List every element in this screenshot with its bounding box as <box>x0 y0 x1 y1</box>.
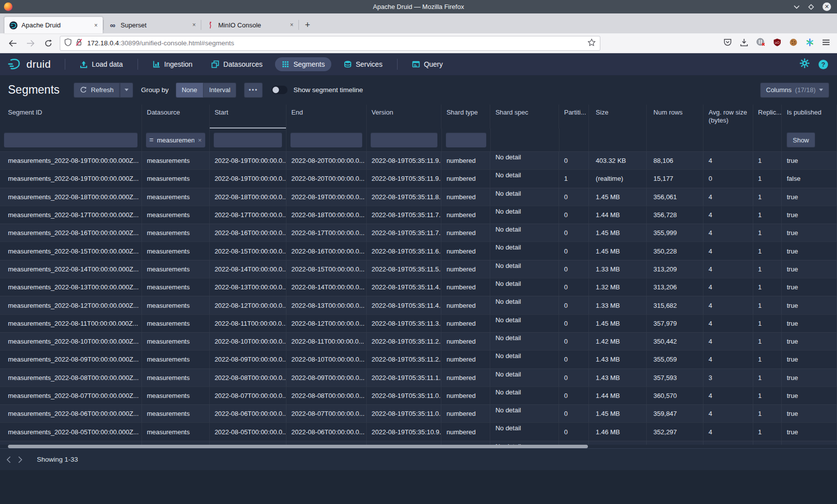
containers-asterisk-icon[interactable] <box>806 38 814 48</box>
refresh-button[interactable]: Refresh <box>74 83 120 98</box>
nav-datasources[interactable]: Datasources <box>205 57 269 71</box>
druid-logo[interactable]: druid <box>0 58 60 71</box>
window-close-icon[interactable]: ✕ <box>823 2 831 11</box>
nav-load-data[interactable]: Load data <box>73 57 129 71</box>
tab-label: MinIO Console <box>218 21 283 29</box>
help-icon[interactable]: ? <box>819 60 828 69</box>
cell-start: 2022-08-09T00:00:00.0... <box>210 351 286 368</box>
next-page-icon[interactable] <box>17 456 23 464</box>
tab-superset[interactable]: ∞ Superset × <box>104 16 201 33</box>
refresh-dropdown-button[interactable] <box>120 83 133 98</box>
column-header-segment-id[interactable]: Segment ID <box>0 105 142 128</box>
column-header-is-published[interactable]: Is published <box>782 105 837 128</box>
filter-input-start[interactable] <box>214 132 282 147</box>
segments-table: Segment IDDatasourceStartEndVersionShard… <box>0 105 837 445</box>
forward-button-icon[interactable] <box>24 37 37 50</box>
tab-close-icon[interactable]: × <box>290 21 293 28</box>
cell-replication: 1 <box>753 296 782 314</box>
cell-partition: 0 <box>559 296 589 314</box>
cell-size: 1.45 MB <box>589 441 647 445</box>
settings-gear-icon[interactable] <box>800 58 810 70</box>
table-header-row: Segment IDDatasourceStartEndVersionShard… <box>0 105 837 128</box>
cell-size: 1.44 MB <box>589 387 647 404</box>
columns-button[interactable]: Columns (17/18) <box>760 83 830 98</box>
column-header-datasource[interactable]: Datasource <box>142 105 210 128</box>
column-header-version[interactable]: Version <box>367 105 441 128</box>
tab-close-icon[interactable]: × <box>94 22 98 29</box>
filter-cell-replication <box>753 128 782 151</box>
brand-name: druid <box>26 58 51 70</box>
is-published-show-button[interactable]: Show <box>787 132 815 147</box>
column-header-replication[interactable]: Replic... <box>753 105 782 128</box>
url-text[interactable]: 172.18.0.4:30899/unified-console.html#se… <box>87 39 587 47</box>
filter-input-version[interactable] <box>371 132 437 147</box>
column-header-partition[interactable]: Partiti... <box>559 105 589 128</box>
tracking-shield-icon[interactable] <box>64 38 72 48</box>
scrollbar-thumb[interactable] <box>8 445 588 448</box>
back-button-icon[interactable] <box>6 37 19 50</box>
cell-is-published: true <box>782 260 837 278</box>
cell-datasource: measurements <box>142 152 210 169</box>
filter-input-shard-type[interactable] <box>446 132 486 147</box>
column-header-shard-type[interactable]: Shard type <box>441 105 490 128</box>
window-minimize-icon[interactable] <box>794 5 800 9</box>
column-header-shard-spec[interactable]: Shard spec <box>490 105 559 128</box>
nav-segments[interactable]: Segments <box>275 57 331 71</box>
cell-version: 2022-08-19T05:35:11.9... <box>367 152 441 169</box>
cell-avg-row-size: 4 <box>703 441 753 445</box>
ublock-origin-icon[interactable]: uO <box>773 38 781 48</box>
table-row: measurements_2022-08-17T00:00:00.000Z...… <box>0 206 837 224</box>
segment-timeline-toggle[interactable] <box>272 86 287 94</box>
extension-blocked-icon[interactable] <box>756 38 765 48</box>
cell-segment-id: measurements_2022-08-12T00:00:00.000Z... <box>0 296 142 314</box>
column-header-avg-row-size[interactable]: Avg. row size (bytes) <box>703 105 753 128</box>
nav-services[interactable]: Services <box>337 57 389 71</box>
filter-cell-shard-spec <box>491 128 559 151</box>
window-maximize-icon[interactable] <box>808 4 814 10</box>
cell-avg-row-size: 4 <box>703 260 753 278</box>
cell-is-published: true <box>782 224 837 242</box>
column-header-end[interactable]: End <box>286 105 367 128</box>
pocket-icon[interactable] <box>723 38 732 48</box>
group-by-interval-button[interactable]: Interval <box>203 83 237 98</box>
tab-minio-console[interactable]: MinIO Console × <box>201 16 298 33</box>
filter-input-segment-id[interactable] <box>4 132 138 147</box>
datasource-filter-tag[interactable]: =measurements× <box>146 132 205 147</box>
cell-size: (realtime) <box>589 170 647 187</box>
more-options-button[interactable]: ••• <box>244 83 263 98</box>
cell-version: 2022-08-19T05:35:11.2... <box>367 351 441 368</box>
cookie-extension-icon[interactable] <box>789 38 798 48</box>
cell-datasource: measurements <box>142 369 210 386</box>
cell-start: 2022-08-11T00:00:00.0... <box>210 315 286 332</box>
table-row: measurements_2022-08-05T00:00:00.000Z...… <box>0 422 837 440</box>
filter-cell-version <box>367 128 441 151</box>
bookmark-star-icon[interactable] <box>587 38 596 48</box>
services-icon <box>344 60 352 68</box>
tab-close-icon[interactable]: × <box>192 21 196 28</box>
insecure-lock-icon[interactable] <box>75 38 83 48</box>
column-header-num-rows[interactable]: Num rows <box>647 105 704 128</box>
nav-query[interactable]: Query <box>406 57 449 71</box>
menu-hamburger-icon[interactable] <box>822 39 830 48</box>
horizontal-scrollbar[interactable] <box>0 445 837 448</box>
nav-label: Datasources <box>223 60 263 68</box>
column-header-start[interactable]: Start <box>210 105 286 128</box>
downloads-icon[interactable] <box>740 38 748 48</box>
cell-size: 1.45 MB <box>589 405 647 422</box>
filter-input-end[interactable] <box>290 132 362 147</box>
cell-avg-row-size: 4 <box>703 351 753 368</box>
filter-clear-icon[interactable]: × <box>198 136 202 144</box>
url-bar[interactable]: 172.18.0.4:30899/unified-console.html#se… <box>60 36 600 51</box>
prev-page-icon[interactable] <box>6 456 11 464</box>
new-tab-button[interactable]: + <box>299 20 316 33</box>
cell-start: 2022-08-12T00:00:00.0... <box>210 296 286 314</box>
cell-datasource: measurements <box>142 188 210 206</box>
column-header-size[interactable]: Size <box>589 105 647 128</box>
cell-start: 2022-08-13T00:00:00.0... <box>210 278 286 296</box>
cell-num-rows: 313,209 <box>647 260 704 278</box>
cell-num-rows: 357,593 <box>647 369 704 386</box>
tab-apache-druid[interactable]: Apache Druid × <box>4 16 103 33</box>
group-by-none-button[interactable]: None <box>176 83 203 98</box>
nav-ingestion[interactable]: Ingestion <box>146 57 199 71</box>
reload-button-icon[interactable] <box>42 37 55 50</box>
